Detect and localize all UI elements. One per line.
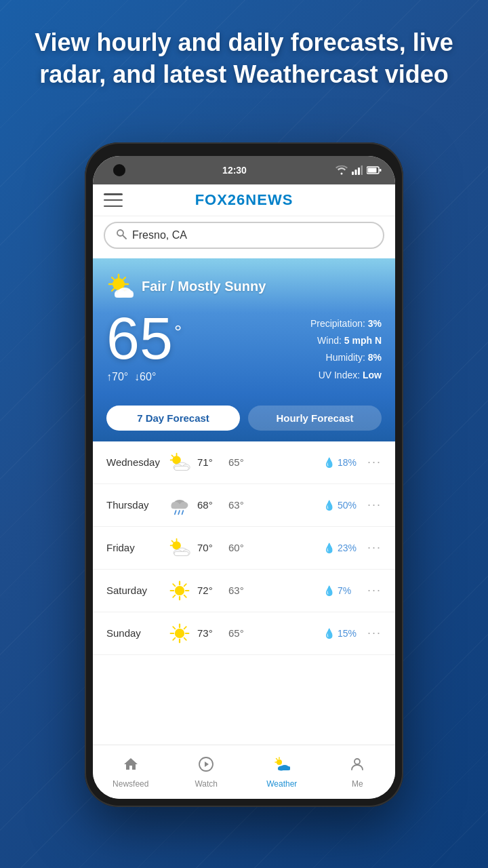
svg-line-59 bbox=[173, 627, 175, 629]
svg-line-8 bbox=[123, 235, 126, 239]
svg-rect-33 bbox=[171, 504, 187, 509]
forecast-precip: 💧 18% bbox=[323, 457, 367, 468]
forecast-weather-icon bbox=[167, 450, 192, 475]
tab-hourly[interactable]: Hourly Forecast bbox=[248, 406, 382, 431]
forecast-low: 65° bbox=[228, 456, 254, 468]
bottom-nav: Newsfeed Watch Weather Me bbox=[93, 745, 395, 799]
nav-item-me[interactable]: Me bbox=[320, 745, 396, 799]
more-options-button[interactable]: ··· bbox=[367, 455, 382, 469]
forecast-temps: 72° 63° bbox=[192, 585, 323, 596]
forecast-weather-icon bbox=[167, 493, 192, 517]
more-options-button[interactable]: ··· bbox=[367, 626, 382, 640]
forecast-weather-icon bbox=[167, 536, 192, 560]
promo-headline: View hourly and daily forecasts, live ra… bbox=[0, 27, 488, 91]
app-header: FOX26NEWS bbox=[93, 184, 395, 216]
forecast-temps: 68° 63° bbox=[192, 499, 323, 511]
svg-line-36 bbox=[182, 511, 184, 514]
weather-condition-row: Fair / Mostly Sunny bbox=[106, 272, 382, 300]
svg-rect-6 bbox=[380, 169, 382, 172]
svg-point-65 bbox=[277, 760, 282, 765]
more-options-button[interactable]: ··· bbox=[367, 498, 382, 512]
play-icon bbox=[198, 756, 214, 776]
search-container: Fresno, CA bbox=[93, 216, 395, 258]
phone-frame: 12:30 bbox=[85, 142, 403, 807]
main-temperature: 65° bbox=[106, 309, 300, 368]
forecast-weather-icon bbox=[167, 621, 192, 646]
weather-stats: Precipitation: 3% Wind: 5 mph N Humidity… bbox=[310, 309, 382, 384]
precip-percent: 7% bbox=[338, 585, 351, 596]
rain-drop-icon: 💧 bbox=[323, 500, 335, 511]
forecast-temps: 73° 65° bbox=[192, 627, 323, 639]
svg-line-50 bbox=[173, 584, 175, 586]
svg-line-40 bbox=[171, 540, 174, 542]
forecast-low: 60° bbox=[228, 542, 254, 553]
nav-label-newsfeed: Newsfeed bbox=[113, 779, 148, 789]
svg-rect-0 bbox=[352, 172, 354, 175]
svg-rect-3 bbox=[361, 165, 363, 175]
svg-line-62 bbox=[173, 637, 175, 639]
nav-item-newsfeed[interactable]: Newsfeed bbox=[93, 745, 169, 799]
forecast-day: Saturday bbox=[106, 585, 167, 596]
svg-line-17 bbox=[112, 289, 115, 292]
forecast-high: 70° bbox=[197, 542, 223, 553]
forecast-day: Sunday bbox=[106, 627, 167, 639]
menu-line-2 bbox=[104, 199, 123, 201]
forecast-day: Wednesday bbox=[106, 456, 167, 468]
svg-line-60 bbox=[184, 637, 186, 639]
menu-line-3 bbox=[104, 205, 123, 208]
rain-drop-icon: 💧 bbox=[323, 585, 335, 596]
low-temp-val: 60° bbox=[140, 371, 156, 382]
nav-item-weather[interactable]: Weather bbox=[244, 745, 320, 799]
search-bar[interactable]: Fresno, CA bbox=[104, 222, 384, 249]
svg-line-34 bbox=[175, 511, 176, 514]
svg-point-73 bbox=[354, 759, 360, 764]
forecast-high: 72° bbox=[197, 585, 223, 596]
uv-stat: UV Index: Low bbox=[310, 367, 382, 384]
svg-line-35 bbox=[178, 511, 180, 514]
phone-screen: 12:30 bbox=[93, 156, 395, 799]
high-low-temps: ↑70° ↓60° bbox=[106, 371, 300, 383]
menu-line-1 bbox=[104, 193, 123, 195]
menu-button[interactable] bbox=[104, 193, 123, 207]
weather-details-row: 65° ↑70° ↓60° Precipitation: 3% Wind: 5 … bbox=[106, 309, 382, 384]
forecast-row: Thursday 68° 63° 💧 50% ··· bbox=[93, 484, 395, 527]
nav-label-watch: Watch bbox=[195, 779, 218, 789]
status-icons bbox=[336, 165, 382, 175]
forecast-day: Thursday bbox=[106, 499, 167, 511]
svg-rect-2 bbox=[358, 167, 360, 175]
svg-rect-5 bbox=[368, 168, 377, 173]
condition-label: Fair / Mostly Sunny bbox=[142, 279, 266, 294]
forecast-precip: 💧 23% bbox=[323, 542, 367, 553]
forecast-list: Wednesday 71° 65° 💧 18% ··· Thursday bbox=[93, 441, 395, 655]
precip-percent: 50% bbox=[338, 500, 357, 511]
forecast-high: 71° bbox=[197, 456, 223, 468]
more-options-button[interactable]: ··· bbox=[367, 583, 382, 597]
svg-rect-44 bbox=[174, 551, 188, 555]
status-bar: 12:30 bbox=[93, 156, 395, 184]
svg-line-51 bbox=[184, 595, 186, 597]
svg-line-16 bbox=[123, 277, 126, 280]
temperature-section: 65° ↑70° ↓60° bbox=[106, 309, 300, 383]
precip-stat: Precipitation: 3% bbox=[310, 315, 382, 332]
svg-rect-29 bbox=[174, 466, 188, 470]
forecast-temps: 70° 60° bbox=[192, 542, 323, 553]
search-icon bbox=[116, 229, 127, 242]
svg-line-52 bbox=[184, 584, 186, 586]
weather-main-section: Fair / Mostly Sunny 65° ↑70° ↓60° Precip… bbox=[93, 258, 395, 395]
forecast-precip: 💧 50% bbox=[323, 500, 367, 511]
forecast-high: 73° bbox=[197, 627, 223, 639]
svg-point-45 bbox=[175, 586, 184, 595]
tab-7day[interactable]: 7 Day Forecast bbox=[106, 406, 240, 431]
more-options-button[interactable]: ··· bbox=[367, 540, 382, 555]
forecast-day: Friday bbox=[106, 542, 167, 553]
rain-drop-icon: 💧 bbox=[323, 457, 335, 468]
precip-percent: 15% bbox=[338, 628, 357, 639]
rain-drop-icon: 💧 bbox=[323, 628, 335, 639]
forecast-low: 63° bbox=[228, 585, 254, 596]
svg-line-14 bbox=[112, 277, 115, 280]
nav-label-weather: Weather bbox=[266, 779, 297, 789]
svg-marker-64 bbox=[205, 762, 209, 767]
status-time: 12:30 bbox=[222, 165, 247, 176]
svg-line-53 bbox=[173, 595, 175, 597]
nav-item-watch[interactable]: Watch bbox=[169, 745, 245, 799]
